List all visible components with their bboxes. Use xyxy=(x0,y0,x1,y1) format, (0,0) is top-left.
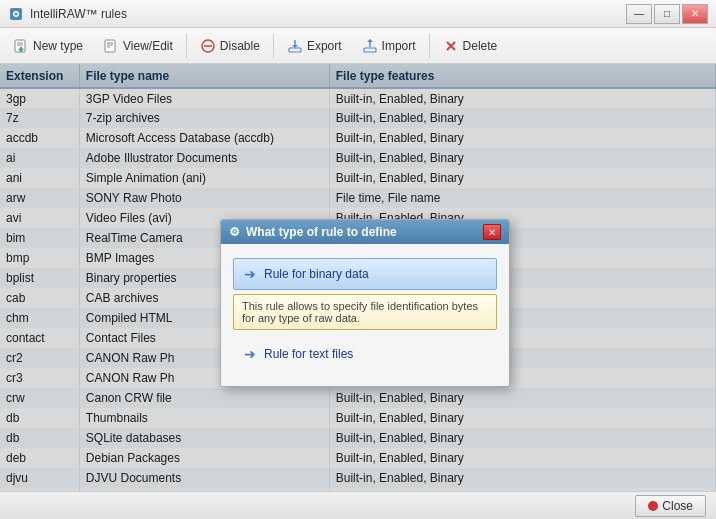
view-edit-label: View/Edit xyxy=(123,39,173,53)
text-files-option[interactable]: ➜ Rule for text files xyxy=(233,338,497,370)
svg-point-2 xyxy=(15,12,18,15)
export-label: Export xyxy=(307,39,342,53)
modal-overlay: ⚙ What type of rule to define ✕ ➜ Rule f… xyxy=(0,64,716,491)
close-status-label: Close xyxy=(662,499,693,513)
window-close-button[interactable]: ✕ xyxy=(682,4,708,24)
new-type-icon xyxy=(13,38,29,54)
export-icon xyxy=(287,38,303,54)
view-edit-icon xyxy=(103,38,119,54)
new-type-label: New type xyxy=(33,39,83,53)
disable-button[interactable]: Disable xyxy=(191,32,269,60)
toolbar: New type View/Edit Disable xyxy=(0,28,716,64)
main-area: Extension File type name File type featu… xyxy=(0,64,716,491)
text-arrow-icon: ➜ xyxy=(244,346,256,362)
modal-close-button[interactable]: ✕ xyxy=(483,224,501,240)
title-bar-buttons: — □ ✕ xyxy=(626,4,708,24)
binary-data-label: Rule for binary data xyxy=(264,267,369,281)
minimize-button[interactable]: — xyxy=(626,4,652,24)
delete-label: Delete xyxy=(463,39,498,53)
modal-title-icon: ⚙ xyxy=(229,225,240,239)
new-type-button[interactable]: New type xyxy=(4,32,92,60)
toolbar-separator-1 xyxy=(186,34,187,58)
delete-button[interactable]: Delete xyxy=(434,32,507,60)
maximize-button[interactable]: □ xyxy=(654,4,680,24)
view-edit-button[interactable]: View/Edit xyxy=(94,32,182,60)
disable-label: Disable xyxy=(220,39,260,53)
toolbar-separator-3 xyxy=(429,34,430,58)
delete-icon xyxy=(443,38,459,54)
app-icon xyxy=(8,6,24,22)
svg-marker-19 xyxy=(367,39,373,42)
import-icon xyxy=(362,38,378,54)
title-bar-left: IntelliRAW™ rules xyxy=(8,6,127,22)
modal-titlebar: ⚙ What type of rule to define ✕ xyxy=(221,220,509,244)
disable-icon xyxy=(200,38,216,54)
status-bar: Close xyxy=(0,491,716,519)
svg-rect-8 xyxy=(105,40,115,52)
binary-data-option[interactable]: ➜ Rule for binary data xyxy=(233,258,497,290)
modal-title-left: ⚙ What type of rule to define xyxy=(229,225,397,239)
toolbar-separator-2 xyxy=(273,34,274,58)
close-status-button[interactable]: Close xyxy=(635,495,706,517)
binary-arrow-icon: ➜ xyxy=(244,266,256,282)
app-title: IntelliRAW™ rules xyxy=(30,7,127,21)
close-dot-icon xyxy=(648,501,658,511)
import-label: Import xyxy=(382,39,416,53)
import-button[interactable]: Import xyxy=(353,32,425,60)
modal-body: ➜ Rule for binary data This rule allows … xyxy=(221,244,509,386)
modal-title-text: What type of rule to define xyxy=(246,225,397,239)
text-files-label: Rule for text files xyxy=(264,347,353,361)
modal-dialog: ⚙ What type of rule to define ✕ ➜ Rule f… xyxy=(220,219,510,387)
export-button[interactable]: Export xyxy=(278,32,351,60)
svg-rect-17 xyxy=(364,48,376,52)
title-bar: IntelliRAW™ rules — □ ✕ xyxy=(0,0,716,28)
modal-tooltip: This rule allows to specify file identif… xyxy=(233,294,497,330)
svg-rect-14 xyxy=(289,48,301,52)
